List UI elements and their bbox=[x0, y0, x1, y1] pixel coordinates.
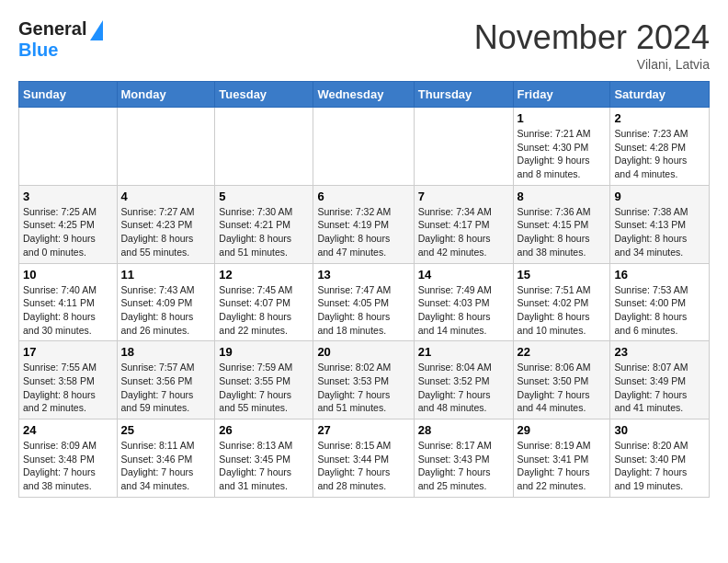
day-of-week-sunday: Sunday bbox=[19, 82, 118, 108]
day-number: 2 bbox=[614, 111, 705, 125]
day-cell: 12Sunrise: 7:45 AM Sunset: 4:07 PM Dayli… bbox=[215, 263, 313, 341]
day-cell: 21Sunrise: 8:04 AM Sunset: 3:52 PM Dayli… bbox=[414, 341, 513, 419]
day-cell: 1Sunrise: 7:21 AM Sunset: 4:30 PM Daylig… bbox=[513, 108, 610, 186]
day-cell: 2Sunrise: 7:23 AM Sunset: 4:28 PM Daylig… bbox=[610, 108, 710, 186]
day-number: 5 bbox=[219, 190, 309, 203]
day-cell: 11Sunrise: 7:43 AM Sunset: 4:09 PM Dayli… bbox=[117, 263, 215, 341]
day-cell: 26Sunrise: 8:13 AM Sunset: 3:45 PM Dayli… bbox=[215, 419, 313, 498]
calendar-body: 1Sunrise: 7:21 AM Sunset: 4:30 PM Daylig… bbox=[19, 108, 710, 498]
day-cell bbox=[313, 108, 414, 186]
month-title: November 2024 bbox=[474, 18, 710, 57]
day-info: Sunrise: 8:17 AM Sunset: 3:43 PM Dayligh… bbox=[418, 439, 509, 493]
day-info: Sunrise: 7:59 AM Sunset: 3:55 PM Dayligh… bbox=[219, 361, 309, 415]
header: General Blue November 2024 Vilani, Latvi… bbox=[18, 18, 710, 72]
day-info: Sunrise: 7:49 AM Sunset: 4:03 PM Dayligh… bbox=[418, 283, 509, 338]
day-cell: 16Sunrise: 7:53 AM Sunset: 4:00 PM Dayli… bbox=[610, 263, 710, 341]
day-number: 28 bbox=[418, 423, 509, 437]
day-info: Sunrise: 8:02 AM Sunset: 3:53 PM Dayligh… bbox=[317, 361, 409, 415]
day-cell: 3Sunrise: 7:25 AM Sunset: 4:25 PM Daylig… bbox=[19, 185, 118, 263]
day-info: Sunrise: 7:32 AM Sunset: 4:19 PM Dayligh… bbox=[317, 205, 409, 259]
day-cell: 15Sunrise: 7:51 AM Sunset: 4:02 PM Dayli… bbox=[513, 263, 610, 341]
calendar: SundayMondayTuesdayWednesdayThursdayFrid… bbox=[18, 81, 710, 498]
day-number: 8 bbox=[518, 190, 607, 203]
day-cell bbox=[215, 108, 313, 186]
logo: General Blue bbox=[18, 18, 103, 61]
logo-icon bbox=[90, 20, 103, 40]
day-of-week-monday: Monday bbox=[117, 82, 215, 108]
title-section: November 2024 Vilani, Latvia bbox=[474, 18, 710, 72]
logo-name: General bbox=[18, 18, 103, 40]
day-info: Sunrise: 8:07 AM Sunset: 3:49 PM Dayligh… bbox=[614, 361, 705, 415]
day-info: Sunrise: 7:36 AM Sunset: 4:15 PM Dayligh… bbox=[518, 205, 607, 259]
day-cell: 14Sunrise: 7:49 AM Sunset: 4:03 PM Dayli… bbox=[414, 263, 513, 341]
day-cell bbox=[19, 108, 118, 186]
logo-blue: Blue bbox=[18, 40, 58, 61]
day-info: Sunrise: 8:06 AM Sunset: 3:50 PM Dayligh… bbox=[518, 361, 607, 415]
day-cell: 25Sunrise: 8:11 AM Sunset: 3:46 PM Dayli… bbox=[117, 419, 215, 498]
day-cell: 6Sunrise: 7:32 AM Sunset: 4:19 PM Daylig… bbox=[313, 185, 414, 263]
day-number: 23 bbox=[614, 345, 705, 359]
day-cell: 7Sunrise: 7:34 AM Sunset: 4:17 PM Daylig… bbox=[414, 185, 513, 263]
day-number: 19 bbox=[219, 345, 309, 359]
day-number: 30 bbox=[614, 423, 705, 437]
day-number: 22 bbox=[518, 345, 607, 359]
day-of-week-tuesday: Tuesday bbox=[215, 82, 313, 108]
day-info: Sunrise: 7:38 AM Sunset: 4:13 PM Dayligh… bbox=[614, 205, 705, 259]
week-row-2: 3Sunrise: 7:25 AM Sunset: 4:25 PM Daylig… bbox=[19, 185, 710, 263]
week-row-5: 24Sunrise: 8:09 AM Sunset: 3:48 PM Dayli… bbox=[19, 419, 710, 498]
day-number: 29 bbox=[518, 423, 607, 437]
day-info: Sunrise: 7:45 AM Sunset: 4:07 PM Dayligh… bbox=[219, 283, 309, 338]
day-cell: 27Sunrise: 8:15 AM Sunset: 3:44 PM Dayli… bbox=[313, 419, 414, 498]
day-info: Sunrise: 7:30 AM Sunset: 4:21 PM Dayligh… bbox=[219, 205, 309, 259]
week-row-3: 10Sunrise: 7:40 AM Sunset: 4:11 PM Dayli… bbox=[19, 263, 710, 341]
day-cell: 22Sunrise: 8:06 AM Sunset: 3:50 PM Dayli… bbox=[513, 341, 610, 419]
day-cell: 18Sunrise: 7:57 AM Sunset: 3:56 PM Dayli… bbox=[117, 341, 215, 419]
day-number: 7 bbox=[418, 190, 509, 203]
day-info: Sunrise: 7:40 AM Sunset: 4:11 PM Dayligh… bbox=[23, 283, 113, 338]
day-info: Sunrise: 7:34 AM Sunset: 4:17 PM Dayligh… bbox=[418, 205, 509, 259]
calendar-header: SundayMondayTuesdayWednesdayThursdayFrid… bbox=[19, 82, 710, 108]
day-number: 10 bbox=[23, 268, 113, 282]
day-cell bbox=[117, 108, 215, 186]
day-number: 1 bbox=[518, 111, 607, 125]
day-cell bbox=[414, 108, 513, 186]
day-cell: 29Sunrise: 8:19 AM Sunset: 3:41 PM Dayli… bbox=[513, 419, 610, 498]
day-info: Sunrise: 8:13 AM Sunset: 3:45 PM Dayligh… bbox=[219, 439, 309, 493]
day-info: Sunrise: 7:27 AM Sunset: 4:23 PM Dayligh… bbox=[121, 205, 211, 259]
day-info: Sunrise: 8:11 AM Sunset: 3:46 PM Dayligh… bbox=[121, 439, 211, 493]
location: Vilani, Latvia bbox=[474, 57, 710, 72]
day-cell: 13Sunrise: 7:47 AM Sunset: 4:05 PM Dayli… bbox=[313, 263, 414, 341]
day-cell: 20Sunrise: 8:02 AM Sunset: 3:53 PM Dayli… bbox=[313, 341, 414, 419]
day-info: Sunrise: 7:51 AM Sunset: 4:02 PM Dayligh… bbox=[518, 283, 607, 338]
day-info: Sunrise: 7:55 AM Sunset: 3:58 PM Dayligh… bbox=[23, 361, 113, 415]
day-number: 9 bbox=[614, 190, 705, 203]
day-cell: 10Sunrise: 7:40 AM Sunset: 4:11 PM Dayli… bbox=[19, 263, 118, 341]
day-info: Sunrise: 8:20 AM Sunset: 3:40 PM Dayligh… bbox=[614, 439, 705, 493]
day-number: 26 bbox=[219, 423, 309, 437]
day-number: 4 bbox=[121, 190, 211, 203]
day-number: 17 bbox=[23, 345, 113, 359]
day-number: 14 bbox=[418, 268, 509, 282]
day-info: Sunrise: 7:43 AM Sunset: 4:09 PM Dayligh… bbox=[121, 283, 211, 338]
day-info: Sunrise: 8:19 AM Sunset: 3:41 PM Dayligh… bbox=[518, 439, 607, 493]
day-number: 25 bbox=[121, 423, 211, 437]
week-row-4: 17Sunrise: 7:55 AM Sunset: 3:58 PM Dayli… bbox=[19, 341, 710, 419]
day-number: 24 bbox=[23, 423, 113, 437]
day-number: 21 bbox=[418, 345, 509, 359]
day-info: Sunrise: 7:53 AM Sunset: 4:00 PM Dayligh… bbox=[614, 283, 705, 338]
day-cell: 30Sunrise: 8:20 AM Sunset: 3:40 PM Dayli… bbox=[610, 419, 710, 498]
day-cell: 5Sunrise: 7:30 AM Sunset: 4:21 PM Daylig… bbox=[215, 185, 313, 263]
day-info: Sunrise: 7:21 AM Sunset: 4:30 PM Dayligh… bbox=[518, 127, 607, 181]
day-of-week-thursday: Thursday bbox=[414, 82, 513, 108]
day-info: Sunrise: 7:25 AM Sunset: 4:25 PM Dayligh… bbox=[23, 205, 113, 259]
day-number: 27 bbox=[317, 423, 409, 437]
day-number: 16 bbox=[614, 268, 705, 282]
day-cell: 4Sunrise: 7:27 AM Sunset: 4:23 PM Daylig… bbox=[117, 185, 215, 263]
day-of-week-friday: Friday bbox=[513, 82, 610, 108]
day-number: 15 bbox=[518, 268, 607, 282]
day-info: Sunrise: 7:57 AM Sunset: 3:56 PM Dayligh… bbox=[121, 361, 211, 415]
day-cell: 8Sunrise: 7:36 AM Sunset: 4:15 PM Daylig… bbox=[513, 185, 610, 263]
day-number: 13 bbox=[317, 268, 409, 282]
day-cell: 23Sunrise: 8:07 AM Sunset: 3:49 PM Dayli… bbox=[610, 341, 710, 419]
day-number: 11 bbox=[121, 268, 211, 282]
